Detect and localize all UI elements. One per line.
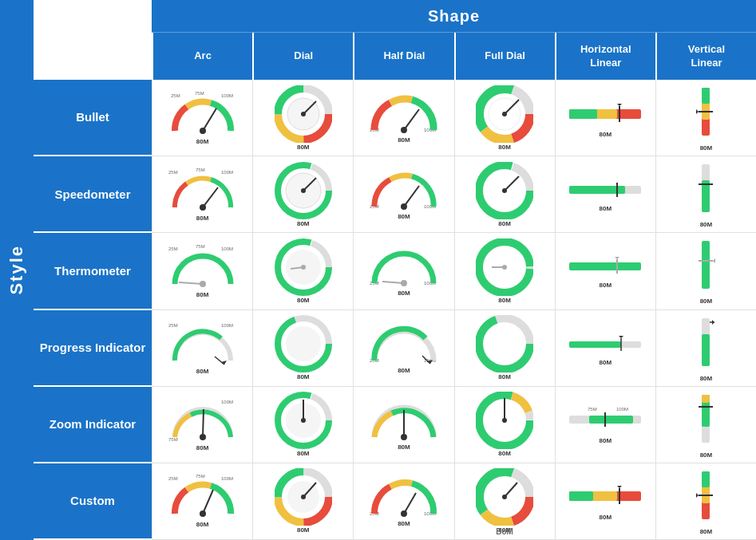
gauge-custom-dial-svg <box>275 468 332 526</box>
svg-point-11 <box>301 112 306 116</box>
gauge-bullet-horiz-svg <box>565 98 645 130</box>
gauge-zoom-dial-svg <box>275 392 332 449</box>
svg-text:100M: 100M <box>221 400 233 404</box>
svg-marker-86 <box>221 361 227 365</box>
svg-point-135 <box>200 510 206 517</box>
svg-line-107 <box>203 409 204 437</box>
gauge-zoom-halfdial-svg <box>368 399 440 443</box>
column-headers: Arc Dial Half Dial Full Dial Horizontal … <box>152 32 756 80</box>
cell-speed-dial: 80M <box>252 156 353 232</box>
svg-point-4 <box>200 128 206 134</box>
svg-text:100M: 100M <box>221 323 233 328</box>
svg-point-96 <box>489 328 520 360</box>
cell-speed-half-dial: 25M 100M 80M <box>353 156 453 232</box>
cell-bullet-half-dial: 25M 100M 80M <box>353 80 453 156</box>
main-grid: Shape Arc Dial Half Dial Full Dial Horiz… <box>152 0 756 540</box>
svg-text:100M: 100M <box>221 170 233 175</box>
svg-text:25M: 25M <box>168 170 178 175</box>
gauge-speed-horiz-svg <box>565 176 645 204</box>
col-header-full-dial: Full Dial <box>454 33 555 80</box>
row-label-thermometer: Thermometer <box>34 233 152 309</box>
row-label-speedometer: Speedometer <box>34 156 152 233</box>
cell-custom-dial: 80M <box>252 463 353 539</box>
cell-thermo-vert: 80M <box>655 233 756 309</box>
cell-prog-vert: 80M <box>655 310 756 386</box>
svg-rect-156 <box>569 491 593 501</box>
svg-text:75M: 75M <box>588 407 597 412</box>
row-progress: 25M 100M 80M <box>152 310 756 387</box>
row-label-custom: Custom <box>34 463 152 540</box>
cell-prog-arc: 25M 100M 80M <box>152 310 252 386</box>
svg-line-61 <box>179 282 203 284</box>
gauge-zoom-vert-svg <box>694 391 718 451</box>
cell-thermo-horiz: 80M <box>555 233 655 309</box>
svg-point-76 <box>502 265 507 270</box>
gauge-zoom-arc-svg: 75M 100M <box>167 397 239 443</box>
row-bullet: 25M 75M 100M 80M <box>152 80 756 156</box>
svg-marker-100 <box>619 336 623 338</box>
svg-text:100M: 100M <box>221 93 233 98</box>
svg-point-89 <box>286 326 321 361</box>
shape-header: Shape <box>152 0 756 32</box>
cell-bullet-dial: 80M <box>252 80 353 156</box>
gauge-thermo-dial-svg <box>275 238 332 296</box>
svg-marker-32 <box>696 109 699 114</box>
gauge-custom-horiz-svg <box>565 481 645 513</box>
svg-line-45 <box>404 186 419 207</box>
row-label-progress: Progress Indicator <box>34 310 152 387</box>
svg-text:25M: 25M <box>168 323 178 328</box>
style-label-column: Style <box>0 0 34 540</box>
main-container: Style Bullet Speedometer Thermometer Pro… <box>0 0 756 540</box>
gauge-thermo-vert-svg <box>694 237 718 297</box>
gauge-speed-halfdial-svg: 25M 100M <box>368 168 440 212</box>
svg-rect-80 <box>702 241 710 289</box>
cell-prog-horiz: 80M <box>555 310 655 386</box>
cell-custom-vert: 80M <box>655 463 756 539</box>
cell-custom-horiz: 80M <box>555 463 655 539</box>
svg-line-3 <box>203 108 216 131</box>
svg-point-42 <box>301 188 306 193</box>
data-rows: 25M 75M 100M 80M <box>152 80 756 540</box>
svg-point-146 <box>401 510 407 517</box>
svg-line-145 <box>404 493 416 514</box>
svg-point-15 <box>401 127 407 133</box>
svg-point-142 <box>301 495 306 499</box>
gauge-speed-dial-svg <box>275 162 332 219</box>
cell-prog-full-dial: 80M <box>454 310 555 386</box>
svg-rect-129 <box>702 395 710 403</box>
svg-point-108 <box>200 434 206 440</box>
col-header-vert-linear: Vertical Linear <box>655 33 756 80</box>
gauge-custom-arc-svg: 25M 75M 100M <box>167 474 239 520</box>
gauge-custom-fulldial-svg <box>476 468 533 526</box>
gauge-prog-fulldial-svg <box>476 315 533 372</box>
style-label: Style <box>6 245 27 295</box>
svg-marker-163 <box>696 493 699 498</box>
svg-marker-104 <box>712 320 714 325</box>
cell-custom-arc: 25M 75M 100M 80M <box>152 463 252 539</box>
row-labels-column: Bullet Speedometer Thermometer Progress … <box>34 0 152 540</box>
gauge-thermo-arc-svg: 25M 75M 100M <box>167 244 239 290</box>
svg-rect-98 <box>569 341 621 348</box>
shape-title: Shape <box>428 7 480 26</box>
svg-rect-125 <box>589 416 633 424</box>
cell-speed-arc: 25M 75M 100M 80M <box>152 156 252 232</box>
cell-zoom-arc: 75M 100M 80M <box>152 387 252 463</box>
svg-marker-158 <box>617 486 622 488</box>
svg-text:75M: 75M <box>168 437 178 442</box>
svg-text:75M: 75M <box>196 244 205 249</box>
gauge-speed-fulldial-svg <box>476 162 533 219</box>
svg-marker-82 <box>713 258 715 263</box>
svg-point-62 <box>200 281 206 287</box>
cell-speed-horiz: 80M <box>555 156 655 232</box>
row-label-zoom: Zoom Indicator <box>34 387 152 463</box>
gauge-bullet-dial-svg <box>275 85 332 143</box>
svg-rect-25 <box>569 109 597 119</box>
cell-custom-half-dial: 25M 100M 80M <box>353 463 453 539</box>
svg-text:25M: 25M <box>168 246 178 251</box>
gauge-speed-arc-svg: 25M 75M 100M <box>167 168 239 214</box>
gauge-zoom-fulldial-svg <box>476 392 533 449</box>
cell-zoom-horiz: 75M 100M 80M <box>555 387 655 463</box>
row-label-bullet: Bullet <box>34 80 152 156</box>
svg-point-67 <box>301 265 306 270</box>
cell-speed-vert: 80M <box>655 156 756 232</box>
